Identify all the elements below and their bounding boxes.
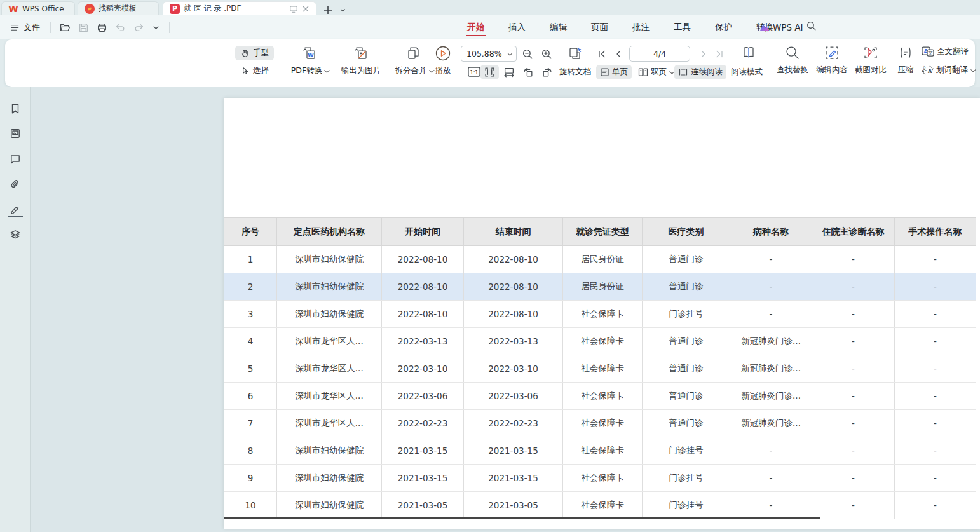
table-cell: 普通门诊	[643, 273, 730, 301]
tab-wps-office[interactable]: W WPS Office	[1, 1, 75, 15]
monitor-icon[interactable]	[289, 4, 298, 13]
table-cell: -	[895, 301, 976, 328]
find-replace-button[interactable]: 查找替换	[774, 45, 811, 76]
zoom-level-select[interactable]: 105.88%	[461, 46, 517, 62]
pdf-page[interactable]: 序号定点医药机构名称开始时间结束时间就诊凭证类型医疗类别病种名称住院主诊断名称手…	[224, 98, 980, 529]
table-cell: 门诊挂号	[643, 437, 730, 465]
page-number-input[interactable]: 4/4	[629, 46, 690, 62]
read-mode-label: 阅读模式	[731, 67, 763, 78]
column-header: 手术操作名称	[895, 218, 976, 246]
wps-ai-button[interactable]: WPS AI	[759, 15, 803, 39]
divider	[280, 47, 280, 79]
table-cell: 2022-08-10	[382, 273, 464, 301]
table-cell: 普通门诊	[643, 246, 730, 273]
open-file-button[interactable]	[56, 20, 74, 36]
table-cell: -	[812, 355, 895, 383]
export-image-button[interactable]: 输出为图片	[334, 45, 388, 76]
save-button[interactable]	[74, 20, 93, 36]
table-cell: -	[812, 465, 895, 492]
layers-panel-icon[interactable]	[8, 228, 22, 242]
wps-ai-logo-icon	[759, 23, 770, 32]
table-cell: 社会保障卡	[563, 383, 643, 410]
hand-tool-button[interactable]: 手型	[235, 46, 274, 60]
attachment-panel-icon[interactable]	[8, 177, 22, 191]
table-cell: -	[730, 492, 812, 519]
table-cell: -	[812, 410, 895, 437]
signature-active-underline	[8, 216, 23, 217]
file-menu-button[interactable]: 文件	[5, 19, 45, 36]
last-page-button[interactable]	[712, 46, 726, 62]
page-organize-button[interactable]	[564, 44, 586, 64]
table-cell: -	[895, 273, 976, 301]
fit-width-button[interactable]	[500, 65, 519, 79]
read-mode-icon[interactable]	[736, 43, 761, 62]
comment-panel-icon[interactable]	[8, 152, 22, 166]
split-merge-label: 拆分合并	[395, 65, 427, 76]
table-cell: -	[730, 301, 812, 328]
select-tool-button[interactable]: 选择	[235, 64, 274, 78]
menu-tab-页面[interactable]: 页面	[590, 17, 609, 38]
bookmark-panel-icon[interactable]	[8, 102, 22, 116]
previous-page-button[interactable]	[611, 46, 625, 62]
next-page-button[interactable]	[697, 46, 711, 62]
print-button[interactable]	[93, 20, 111, 36]
ribbon-toolbar: 手型 选择 W PDF转换 输出为图片 拆分合并	[5, 39, 975, 87]
full-translate-button[interactable]: A 文 全文翻译	[922, 46, 974, 57]
redo-button[interactable]	[130, 20, 148, 36]
table-cell: 新冠肺炎门诊...	[730, 355, 812, 383]
fit-page-button[interactable]	[480, 65, 499, 79]
compress-button[interactable]: 压缩	[892, 45, 920, 76]
table-row: 5深圳市龙华区人...2022-03-102022-03-10社会保障卡普通门诊…	[224, 355, 976, 383]
hamburger-icon	[10, 23, 20, 32]
table-cell: -	[895, 465, 976, 492]
table-cell: -	[895, 437, 976, 465]
pdf-logo-icon: P	[170, 4, 180, 14]
word-translate-label: 划词翻译	[936, 65, 968, 76]
table-cell: -	[895, 355, 976, 383]
close-tab-icon[interactable]	[302, 5, 310, 13]
edit-content-button[interactable]: 编辑内容	[813, 45, 850, 76]
rotate-right-button[interactable]	[538, 65, 557, 79]
table-cell: 2	[224, 273, 277, 301]
read-mode-button[interactable]: 阅读模式	[727, 65, 766, 79]
word-translate-button[interactable]: 文 A 划词翻译	[922, 65, 974, 76]
play-button[interactable]: 播放	[428, 45, 458, 76]
double-page-button[interactable]: 双页	[634, 65, 677, 79]
menu-tab-批注[interactable]: 批注	[631, 17, 651, 38]
table-cell: 2022-02-23	[382, 410, 464, 437]
table-cell: 深圳市龙华区人...	[277, 383, 382, 410]
menu-search-icon[interactable]	[806, 20, 817, 31]
full-translate-label: 全文翻译	[937, 46, 969, 57]
menu-tab-开始[interactable]: 开始	[466, 17, 486, 38]
new-tab-icon[interactable]	[323, 5, 333, 15]
thumbnail-panel-icon[interactable]	[8, 126, 22, 140]
table-bottom-scroll-line[interactable]	[224, 517, 820, 519]
signature-panel-icon[interactable]	[8, 203, 22, 217]
hand-icon	[240, 48, 250, 58]
menu-tab-编辑[interactable]: 编辑	[548, 17, 568, 38]
rotate-left-button[interactable]	[519, 65, 538, 79]
first-page-button[interactable]	[595, 46, 609, 62]
menu-tab-工具[interactable]: 工具	[672, 17, 692, 38]
continuous-read-button[interactable]: 连续阅读	[674, 65, 726, 79]
select-tool-label: 选择	[253, 65, 269, 76]
zoom-in-button[interactable]	[538, 46, 555, 62]
menu-tab-保护[interactable]: 保护	[714, 17, 733, 38]
screenshot-compare-button[interactable]: 截图对比	[852, 45, 889, 76]
tab-list-chevron-icon[interactable]	[339, 7, 346, 14]
table-cell: -	[730, 465, 812, 492]
rotate-document-button[interactable]: 旋转文档	[555, 65, 595, 79]
menu-tab-插入[interactable]: 插入	[507, 17, 527, 38]
undo-button[interactable]	[111, 20, 130, 36]
pdf-convert-button[interactable]: W PDF转换	[285, 45, 334, 76]
compress-icon	[898, 45, 913, 60]
tab-docer-template[interactable]: 找稻壳模板	[78, 1, 159, 15]
zoom-out-button[interactable]	[519, 46, 536, 62]
table-cell: 2022-03-06	[464, 383, 563, 410]
single-page-button[interactable]: 单页	[596, 65, 632, 79]
table-cell: -	[895, 383, 976, 410]
tab-document-pdf[interactable]: P 就 医 记 录 .PDF	[163, 1, 316, 15]
table-cell: -	[812, 492, 895, 519]
table-cell: 社会保障卡	[563, 355, 643, 383]
quick-access-chevron-icon[interactable]	[148, 21, 164, 34]
